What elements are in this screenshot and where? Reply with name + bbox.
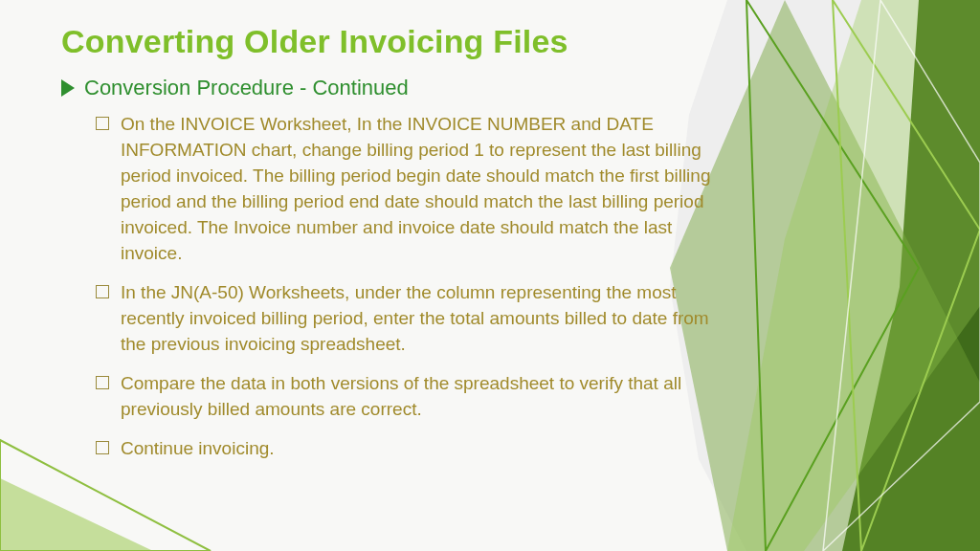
subheading-row: Conversion Procedure - Continued (61, 76, 789, 100)
triangle-bullet-icon (61, 79, 75, 97)
checkbox-bullet-icon (96, 441, 109, 454)
list-item: On the INVOICE Worksheet, In the INVOICE… (96, 112, 789, 267)
list-item: Compare the data in both versions of the… (96, 371, 789, 423)
checkbox-bullet-icon (96, 376, 109, 389)
slide-title: Converting Older Invoicing Files (61, 23, 789, 60)
list-item: Continue invoicing. (96, 436, 789, 462)
checkbox-bullet-icon (96, 117, 109, 130)
item-text: Continue invoicing. (121, 436, 275, 462)
slide: Converting Older Invoicing Files Convers… (0, 0, 980, 551)
item-text: On the INVOICE Worksheet, In the INVOICE… (121, 112, 733, 267)
subheading-text: Conversion Procedure - Continued (84, 76, 409, 100)
item-text: In the JN(A-50) Worksheets, under the co… (121, 280, 733, 358)
item-list: On the INVOICE Worksheet, In the INVOICE… (96, 112, 789, 462)
list-item: In the JN(A-50) Worksheets, under the co… (96, 280, 789, 358)
item-text: Compare the data in both versions of the… (121, 371, 733, 423)
checkbox-bullet-icon (96, 285, 109, 298)
content-area: Converting Older Invoicing Files Convers… (0, 0, 980, 498)
